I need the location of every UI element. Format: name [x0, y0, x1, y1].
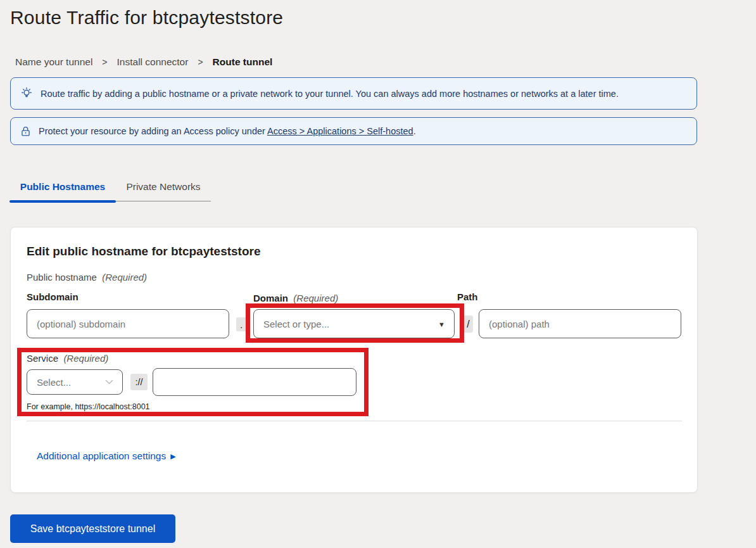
path-label: Path	[457, 291, 478, 302]
subdomain-input[interactable]	[27, 309, 229, 338]
domain-select-value: Select or type...	[263, 319, 329, 329]
tip-banner: Route traffic by adding a public hostnam…	[10, 77, 697, 110]
service-label: Service	[27, 353, 58, 364]
tab-public-hostnames[interactable]: Public Hostnames	[9, 179, 116, 201]
service-caption: Service (Required)	[27, 353, 108, 364]
public-hostname-label: Public hostname	[27, 272, 97, 283]
access-policy-banner: Protect your resource by adding an Acces…	[10, 117, 697, 145]
tab-private-networks[interactable]: Private Networks	[116, 179, 211, 201]
breadcrumb-separator: >	[198, 57, 203, 67]
service-protocol-separator: ://	[130, 374, 148, 390]
tip-banner-text: Route traffic by adding a public hostnam…	[41, 89, 619, 99]
access-banner-text-after: .	[413, 126, 416, 136]
breadcrumb-separator: >	[102, 57, 107, 67]
domain-required-marker: (Required)	[293, 293, 338, 303]
breadcrumb-step-install-connector[interactable]: Install connector	[117, 56, 189, 68]
path-slash-separator: /	[463, 315, 473, 333]
save-tunnel-button[interactable]: Save btcpayteststore tunnel	[10, 514, 175, 543]
lightbulb-icon	[20, 87, 34, 101]
service-url-input[interactable]	[153, 368, 356, 396]
service-type-value: Select...	[37, 377, 71, 388]
arrow-right-icon: ▶	[170, 452, 175, 461]
breadcrumb-step-route-tunnel: Route tunnel	[213, 56, 273, 68]
hostname-network-tabs: Public Hostnames Private Networks	[9, 179, 211, 201]
domain-dot-separator: .	[236, 317, 246, 331]
additional-settings-label: Additional application settings	[37, 450, 166, 462]
public-hostname-caption: Public hostname (Required)	[27, 272, 147, 283]
section-divider	[27, 421, 682, 421]
chevron-down-icon	[438, 318, 445, 329]
chevron-down-icon	[105, 376, 113, 388]
additional-application-settings-link[interactable]: Additional application settings ▶	[37, 450, 176, 462]
edit-public-hostname-card: Edit public hostname for btcpayteststore…	[10, 227, 698, 493]
card-title: Edit public hostname for btcpayteststore	[27, 245, 261, 258]
breadcrumb-step-name-your-tunnel[interactable]: Name your tunnel	[15, 56, 92, 68]
service-type-select[interactable]: Select...	[27, 369, 123, 395]
domain-select[interactable]: Select or type...	[253, 309, 455, 338]
path-input[interactable]	[479, 309, 681, 338]
service-example-hint: For example, https://localhost:8001	[27, 402, 150, 411]
access-banner-text-before: Protect your resource by adding an Acces…	[39, 126, 267, 136]
access-applications-link[interactable]: Access > Applications > Self-hosted	[267, 126, 413, 136]
domain-label: Domain (Required)	[253, 293, 338, 303]
lock-icon	[20, 125, 32, 137]
domain-label-text: Domain	[253, 293, 288, 303]
subdomain-label: Subdomain	[27, 291, 79, 302]
page-title: Route Traffic for btcpayteststore	[10, 7, 283, 29]
breadcrumb: Name your tunnel > Install connector > R…	[15, 56, 272, 68]
public-hostname-required-marker: (Required)	[102, 272, 147, 283]
service-required-marker: (Required)	[63, 353, 108, 364]
access-banner-text: Protect your resource by adding an Acces…	[39, 126, 416, 136]
